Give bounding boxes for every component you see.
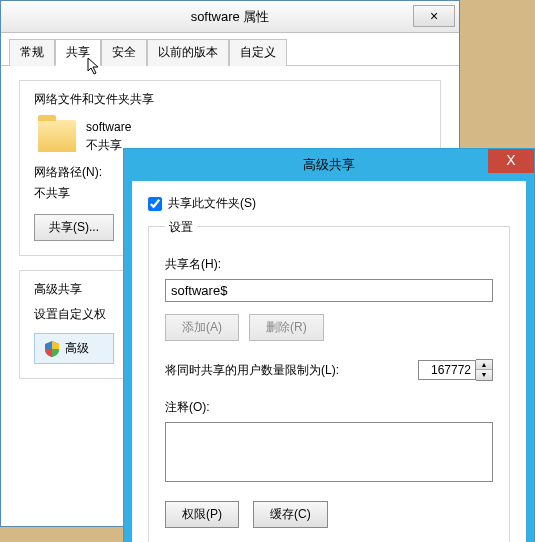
bottom-button-row: 权限(P) 缓存(C) [165,501,493,528]
folder-name: software [86,118,131,136]
remove-button[interactable]: 删除(R) [249,314,324,341]
add-remove-row: 添加(A) 删除(R) [165,314,493,341]
user-limit-row: 将同时共享的用户数量限制为(L): ▲ ▼ [165,359,493,381]
share-button[interactable]: 共享(S)... [34,214,114,241]
spinner-up-icon[interactable]: ▲ [476,360,492,370]
cache-button[interactable]: 缓存(C) [253,501,328,528]
add-button[interactable]: 添加(A) [165,314,239,341]
shield-icon [45,341,59,357]
cursor-icon [87,57,103,80]
tab-security[interactable]: 安全 [101,39,147,66]
tab-strip: 常规 共享 安全 以前的版本 自定义 [1,33,459,66]
user-limit-input[interactable] [418,360,476,380]
tab-general[interactable]: 常规 [9,39,55,66]
settings-group-label: 设置 [165,219,197,236]
share-checkbox-row: 共享此文件夹(S) [148,195,510,212]
share-name-input[interactable] [165,279,493,302]
advanced-button-label: 高级 [65,340,89,357]
share-folder-checkbox[interactable] [148,197,162,211]
close-icon[interactable]: × [413,5,455,27]
advanced-content: 共享此文件夹(S) 设置 共享名(H): 添加(A) 删除(R) 将同时共享的用… [132,181,526,542]
properties-title: software 属性 [1,8,459,26]
comment-label: 注释(O): [165,399,493,416]
close-icon[interactable]: X [488,149,534,173]
user-limit-spinner: ▲ ▼ [418,359,493,381]
tab-previous-versions[interactable]: 以前的版本 [147,39,229,66]
advanced-sharing-dialog: 高级共享 X 共享此文件夹(S) 设置 共享名(H): 添加(A) 删除(R) … [123,148,535,542]
advanced-titlebar[interactable]: 高级共享 X [124,149,534,181]
advanced-title: 高级共享 [124,156,534,174]
properties-titlebar[interactable]: software 属性 × [1,1,459,33]
folder-icon [38,120,76,152]
share-name-label: 共享名(H): [165,256,493,273]
comment-textarea[interactable] [165,422,493,482]
user-limit-label: 将同时共享的用户数量限制为(L): [165,362,339,379]
share-checkbox-label: 共享此文件夹(S) [168,195,256,212]
advanced-sharing-button[interactable]: 高级 [34,333,114,364]
settings-group: 设置 共享名(H): 添加(A) 删除(R) 将同时共享的用户数量限制为(L):… [148,226,510,542]
spinner-buttons: ▲ ▼ [476,359,493,381]
network-sharing-label: 网络文件和文件夹共享 [34,91,426,108]
spinner-down-icon[interactable]: ▼ [476,370,492,380]
tab-customize[interactable]: 自定义 [229,39,287,66]
permissions-button[interactable]: 权限(P) [165,501,239,528]
